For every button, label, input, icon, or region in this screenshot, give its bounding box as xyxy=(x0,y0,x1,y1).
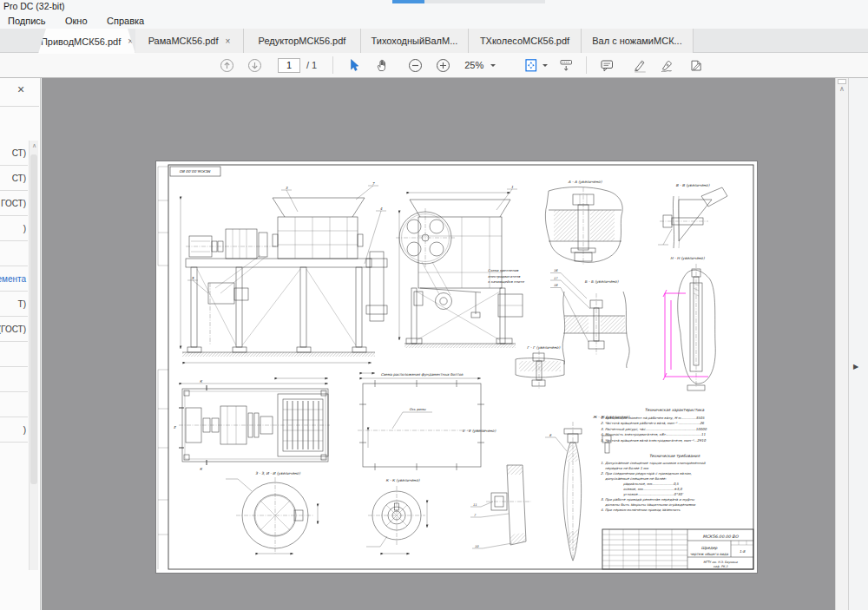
document-area[interactable]: МСК56.00.00 ВО xyxy=(42,78,835,610)
scroll-up-icon[interactable]: ∧ xyxy=(30,142,38,149)
view-foundation-scheme xyxy=(358,373,486,470)
tech-req-line: 3. При работе привода ременная передача … xyxy=(601,497,695,502)
callout-8: 8 xyxy=(549,434,552,437)
page-display-button[interactable] xyxy=(522,56,541,75)
tech-req-line: должны быть закрыты защитными ограждения… xyxy=(605,502,696,507)
callout-17: 17 xyxy=(554,277,558,280)
label-detail-n-n: Н - Н (увеличено) xyxy=(670,256,705,260)
tab-reduktor[interactable]: РедукторМСК56.pdf xyxy=(244,29,361,53)
list-item[interactable]: ГОСТ) xyxy=(0,191,28,216)
menu-bar: Подпись Окно Справка xyxy=(0,12,868,29)
menu-help[interactable]: Справка xyxy=(99,13,152,26)
page-count-label: / 1 xyxy=(306,60,317,70)
select-arrow-icon xyxy=(346,58,361,73)
highlight-button[interactable] xyxy=(630,56,649,75)
label-section-z-z: З - З, И - И (увеличено) xyxy=(255,471,300,476)
detail-g-g xyxy=(516,351,564,389)
label-detail-e-e: Е - Е (увеличено) xyxy=(463,429,496,433)
list-item[interactable] xyxy=(0,392,28,417)
tech-char-title: Техническая характеристика xyxy=(645,408,705,412)
progress-fill xyxy=(392,0,424,3)
label-foundation-scheme: Схема расположения фундаментных болтов xyxy=(381,372,464,377)
select-tool-button[interactable] xyxy=(344,56,363,75)
tab-privod[interactable]: ПриводМСК56.pdf × xyxy=(38,29,135,54)
list-item-selected[interactable]: лемента xyxy=(0,266,28,292)
tech-char-line: 2. Частота вращения рабочего вала, мин⁻¹… xyxy=(601,421,705,425)
tech-req-line: угловое.................................… xyxy=(623,492,684,496)
sign-button[interactable] xyxy=(658,56,677,75)
callout-11: 11 xyxy=(473,503,477,507)
vscroll-thumb[interactable] xyxy=(838,79,846,84)
tab-close-icon[interactable]: × xyxy=(226,36,231,46)
section-mark-k1: К xyxy=(200,379,203,384)
menu-window[interactable]: Окно xyxy=(57,13,95,26)
tab-close-icon[interactable]: × xyxy=(128,36,133,46)
view-zh-zh-blade xyxy=(545,422,611,562)
section-mark-e: Е xyxy=(174,425,176,430)
title-block-name1: Шредер xyxy=(701,546,718,550)
callout-5: 5 xyxy=(192,276,194,280)
tech-req-line: 1. Допускаемое смещение торцов шкивов кл… xyxy=(601,461,706,465)
hand-tool-button[interactable] xyxy=(372,56,391,75)
list-item[interactable]: СТ) xyxy=(0,166,28,191)
previous-page-button[interactable] xyxy=(217,56,236,75)
tab-val-s-nozhami[interactable]: Вал с ножамиМСК... xyxy=(582,29,694,53)
menu-signature[interactable]: Подпись xyxy=(0,13,54,26)
comment-bubble-icon xyxy=(600,58,615,73)
tab-rama[interactable]: РамаМСК56.pdf × xyxy=(135,29,244,53)
fit-width-icon xyxy=(559,58,574,73)
panel-divider xyxy=(0,106,39,107)
tab-tihohodny-val[interactable]: ТихоходныйВалМ... xyxy=(361,29,469,53)
zoom-out-button[interactable] xyxy=(405,56,424,75)
tech-req-line: осевое, мм.............................±… xyxy=(623,487,682,491)
callout-10: 10 xyxy=(475,545,479,548)
callout-7: 7 xyxy=(372,181,375,186)
list-item[interactable] xyxy=(0,342,28,367)
zoom-dropdown-caret[interactable] xyxy=(490,64,496,69)
panel-scrollbar[interactable]: ∧ xyxy=(29,141,38,570)
vscroll-up-icon[interactable]: ∧ xyxy=(836,85,848,93)
next-page-button[interactable] xyxy=(245,56,264,75)
page-number-input[interactable] xyxy=(278,58,300,73)
detail-b-b xyxy=(550,273,629,369)
comment-button[interactable] xyxy=(597,56,616,75)
vertical-scrollbar[interactable]: ∧ xyxy=(835,78,848,610)
tab-label: ПриводМСК56.pdf xyxy=(41,36,121,47)
tech-char-line: 1. Вращающий момент на рабочем валу, Н·м… xyxy=(601,416,705,420)
panel-expand-arrow[interactable]: ▶ xyxy=(853,363,858,371)
label-detail-a-a: А - А (увеличено) xyxy=(569,180,602,184)
section-mark-k2: К xyxy=(200,467,203,471)
motor-mount-note-1: Схема крепления xyxy=(488,268,519,272)
panel-close-icon[interactable]: × xyxy=(17,83,24,95)
tech-req-line: радиальное, мм....................0,5 xyxy=(623,482,679,486)
list-item[interactable]: СТ) xyxy=(0,141,28,166)
callout-1: 1 xyxy=(511,185,514,189)
pdf-page-drawing: МСК56.00.00 ВО xyxy=(156,161,757,573)
detail-a-a xyxy=(545,187,622,266)
page-display-caret[interactable] xyxy=(542,64,548,69)
scroll-thumb[interactable] xyxy=(30,154,37,484)
label-detail-k-k: К - К (увеличено) xyxy=(386,478,420,482)
detail-e-e xyxy=(470,465,531,548)
list-item[interactable]: Т) xyxy=(0,292,28,317)
fit-width-button[interactable] xyxy=(556,56,575,75)
tab-tx-koleso[interactable]: ТХколесоМСК56.pdf xyxy=(469,29,582,53)
view-plan xyxy=(179,378,330,465)
main-area: × СТ) СТ) ГОСТ) ) лемента Т) (ГОСТ) ) ∧ xyxy=(0,78,868,610)
tech-req-line: допускаемые смещения не более: xyxy=(605,476,667,481)
page-display-icon xyxy=(523,58,539,73)
list-item[interactable] xyxy=(0,367,28,392)
view-side-elevation xyxy=(181,186,386,363)
list-item[interactable]: ) xyxy=(0,216,28,241)
pencil-icon xyxy=(633,58,648,73)
tab-label: РедукторМСК56.pdf xyxy=(259,36,346,46)
list-item[interactable] xyxy=(0,241,28,266)
minus-circle-icon xyxy=(408,58,423,73)
fill-and-sign-button[interactable] xyxy=(687,56,707,75)
callout-7e: 7 xyxy=(474,514,477,517)
list-item[interactable]: (ГОСТ) xyxy=(0,317,28,342)
list-item[interactable]: ) xyxy=(0,417,28,443)
callout-18: 18 xyxy=(554,284,558,287)
zoom-level-value[interactable]: 25% xyxy=(464,60,483,70)
zoom-in-button[interactable] xyxy=(433,56,452,75)
